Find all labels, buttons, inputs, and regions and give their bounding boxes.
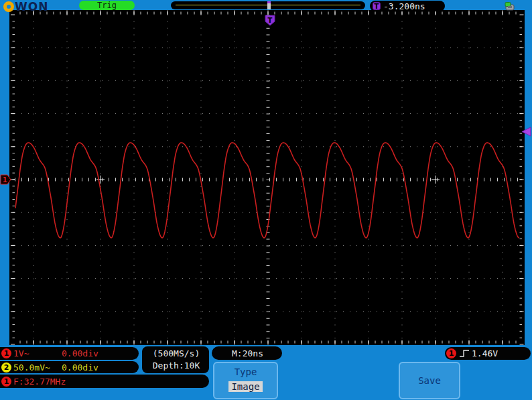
channel2-readout: 2 50.0mV~ 0.00div bbox=[0, 361, 139, 373]
save-button[interactable]: Save bbox=[399, 362, 460, 399]
trigger-channel-badge: 1 bbox=[446, 348, 456, 358]
type-menu-value: Image bbox=[228, 381, 262, 392]
channel2-badge: 2 bbox=[1, 362, 11, 373]
scope-display: T bbox=[9, 10, 525, 345]
trigger-status-badge: Trig bbox=[79, 1, 135, 10]
trigger-level-readout: 1 1.46V bbox=[445, 347, 531, 360]
trigger-time-value: -3.200ns bbox=[383, 1, 425, 11]
memory-depth: Depth:10K bbox=[153, 360, 200, 372]
oscilloscope-screen: WON Trig T -3.200ns T 1 1 1V~ 0.00div 2 … bbox=[0, 0, 532, 400]
channel1-badge: 1 bbox=[1, 348, 11, 358]
horizontal-position-bar bbox=[171, 1, 365, 9]
channel2-offset: 0.00div bbox=[62, 362, 98, 373]
channel1-marker-label: 1 bbox=[3, 176, 7, 184]
frequency-channel-badge: 1 bbox=[1, 377, 11, 387]
channel1-position-marker: 1 bbox=[0, 172, 12, 187]
type-menu-button[interactable]: Type Image bbox=[213, 362, 278, 399]
rising-edge-icon bbox=[459, 349, 470, 358]
trigger-level-value: 1.46V bbox=[472, 348, 498, 358]
logo-o-ring-icon bbox=[3, 1, 14, 12]
channel1-offset: 0.00div bbox=[62, 348, 98, 358]
save-button-label: Save bbox=[418, 375, 441, 386]
type-menu-label: Type bbox=[214, 366, 277, 377]
sample-rate: (500MS/s) bbox=[153, 348, 200, 360]
owon-logo: WON bbox=[3, 1, 48, 12]
frequency-readout: 1 F:32.77MHz bbox=[0, 375, 209, 388]
trigger-position-slider bbox=[267, 3, 271, 9]
acquisition-readout: (500MS/s) Depth:10K bbox=[142, 346, 209, 373]
svg-text:T: T bbox=[268, 17, 273, 24]
trigger-time-readout: T -3.200ns bbox=[370, 1, 445, 11]
trigger-position-slider-cap bbox=[267, 1, 271, 3]
logo-text: WON bbox=[15, 0, 48, 13]
trigger-t-icon: T bbox=[373, 2, 381, 10]
channel1-scale: 1V~ bbox=[13, 348, 62, 358]
timebase-readout: M:20ns bbox=[212, 346, 282, 360]
channel2-scale: 50.0mV~ bbox=[13, 362, 62, 373]
frequency-value: F:32.77MHz bbox=[13, 377, 66, 387]
scope-background bbox=[9, 10, 525, 345]
trigger-level-marker-icon bbox=[520, 126, 532, 137]
channel1-readout: 1 1V~ 0.00div bbox=[0, 347, 139, 360]
usb-storage-icon bbox=[504, 1, 515, 11]
